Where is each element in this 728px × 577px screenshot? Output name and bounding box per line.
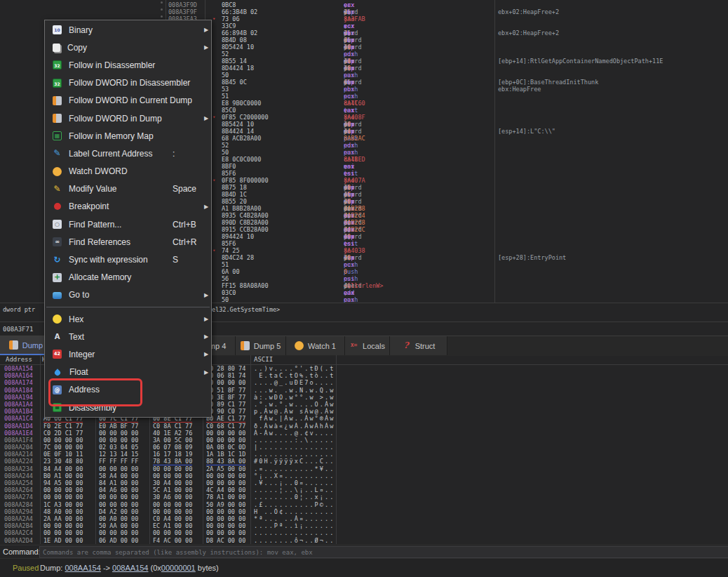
disasm-row[interactable]: 008A3F9D0BC8or ecx,eax xyxy=(0,1,728,8)
dump-row[interactable]: 008AA2140E 0F 10 1112 13 14 1516 17 18 1… xyxy=(0,451,728,458)
hex-bytes: 30 A6 00 00 xyxy=(150,493,203,500)
instruction-bytes: 8B75 18 xyxy=(222,184,247,191)
menu-item-find-pattern[interactable]: ○Find Pattern...Ctrl+B xyxy=(45,215,211,233)
tab-struct[interactable]: ?Struct xyxy=(390,336,447,355)
status-link[interactable]: 00000001 xyxy=(161,564,196,572)
debugger-window: 008A3F9D0BC8or ecx,eax008A3F9F66:3B4B 02… xyxy=(0,0,728,577)
dump-row[interactable]: 008AA2841C A3 00 0000 00 00 0000 00 00 0… xyxy=(0,501,728,508)
menu-item-follow-dword-in-current-dump[interactable]: Follow DWORD in Current Dump xyxy=(45,92,211,110)
dump-row-spacer xyxy=(337,437,728,444)
menu-item-watch-dword[interactable]: Watch DWORD xyxy=(45,163,211,180)
menu-item-copy[interactable]: Copy▶ xyxy=(45,39,211,56)
dump-row[interactable]: 008AA2C400 00 00 0000 00 00 0000 00 00 0… xyxy=(0,529,728,536)
dump-row[interactable]: 008AA29448 A0 00 00D4 A2 00 0000 00 00 0… xyxy=(0,508,728,515)
menu-item-label: Follow in Memory Map xyxy=(69,131,154,141)
dump-row[interactable]: 008AA26400 00 00 0004 A6 00 005C A1 00 0… xyxy=(0,486,728,493)
status-link[interactable]: 008AA154 xyxy=(65,564,100,572)
hex-bytes: 00 00 00 00 xyxy=(203,508,251,515)
dump-row-spacer xyxy=(337,501,728,508)
menu-item-hex[interactable]: Hex▶ xyxy=(45,310,211,328)
dump-row[interactable]: 008AA23484 A4 00 0000 00 00 0000 00 00 0… xyxy=(0,465,728,472)
hex-group: C0 8A C1 77 xyxy=(153,423,192,430)
hex-group: 00 89 C1 77 xyxy=(206,402,245,408)
dump-row[interactable]: 008AA1E4C0 2D C1 7700 00 00 0040 1E A2 7… xyxy=(0,430,728,437)
menu-item-breakpoint[interactable]: Breakpoint▶ xyxy=(45,198,211,215)
disasm-row[interactable]: 008A3F9F66:3B4B 02cmp cx,word ptr ds:[eb… xyxy=(0,8,728,15)
breakpoint-dot xyxy=(161,8,163,11)
ascii-cell: ....Pª..ì¡...... xyxy=(251,522,337,529)
instruction-comment: [ebp+14]:RtlGetAppContainerNamedObjectPa… xyxy=(498,58,663,65)
dump-row[interactable]: 008AA1F400 00 00 0000 00 00 003A 00 5C 0… xyxy=(0,437,728,444)
dump-row-spacer xyxy=(337,444,728,451)
dump-address: 008AA1A4 xyxy=(0,401,41,408)
shortcut-label: Ctrl+R xyxy=(173,237,196,247)
menu-item-modify-value[interactable]: ✎Modify ValueSpace xyxy=(45,180,211,198)
hex-bytes: 1A 1B 1C 1D xyxy=(203,451,251,458)
instruction-bytes: 8D4424 18 xyxy=(222,65,254,72)
ascii-cell: .¥...¡..0¤...... xyxy=(251,479,337,486)
dump-address: 008AA1B4 xyxy=(0,408,41,415)
menu-item-integer[interactable]: 42Integer▶ xyxy=(45,345,211,363)
hex-bytes: 50 A9 00 00 xyxy=(203,501,251,508)
ascii-cell: ....@_.uÐE7o.... xyxy=(251,379,337,386)
menu-item-allocate-memory[interactable]: +Allocate Memory xyxy=(45,269,211,286)
instruction-bytes: 0F85 C2000000 xyxy=(222,114,269,121)
text-icon: A xyxy=(53,332,62,341)
hex-group: 00 00 00 00 xyxy=(206,516,245,522)
hex-group: 00 28 80 74 xyxy=(206,366,245,372)
dump-address: 008AA204 xyxy=(0,444,41,451)
hex-bytes: 84 A4 00 00 xyxy=(41,465,96,472)
hex-group: 00 00 00 00 xyxy=(43,487,83,493)
menu-item-follow-dword-in-disassembler[interactable]: 32Follow DWORD in Disassembler xyxy=(45,74,211,92)
hex-bytes: 7C 00 00 00 xyxy=(41,444,96,451)
hex-bytes: C0 A4 00 00 xyxy=(150,515,203,522)
hex-bytes: 00 00 00 00 xyxy=(150,465,203,472)
dump-row[interactable]: 008AA27400 00 00 0000 00 00 0030 A6 00 0… xyxy=(0,493,728,500)
instruction-comment: [esp+14]:L"C:\\" xyxy=(498,128,555,135)
dump-row[interactable]: 008AA2D41E AD 00 0006 AD 00 00F4 AC 00 0… xyxy=(0,537,728,544)
dump-row[interactable]: 008AA2A42A AA 00 0000 A0 00 00C0 A4 00 0… xyxy=(0,515,728,522)
dump-row[interactable]: 008AA2047C 00 00 0002 03 04 0506 07 08 0… xyxy=(0,444,728,451)
instruction-bytes: 33C9 xyxy=(222,22,236,29)
menu-item-text[interactable]: AText▶ xyxy=(45,328,211,345)
menu-item-go-to[interactable]: Go to▶ xyxy=(45,286,211,304)
menu-item-follow-in-disassembler[interactable]: 32Follow in Disassembler xyxy=(45,56,211,74)
dump-row[interactable]: 008AA22423 30 48 80FF FF FF FF78 43 8A 0… xyxy=(0,458,728,465)
hex-group: 00 51 8F 77 xyxy=(206,387,245,394)
dump-row-spacer xyxy=(337,529,728,536)
dump-row[interactable]: 008AA25494 A5 00 0084 A1 00 0030 A4 00 0… xyxy=(0,479,728,486)
hex-group: 16 17 18 19 xyxy=(153,451,192,458)
hex-group: 00 00 00 00 xyxy=(153,502,192,508)
menu-item-label-current-address[interactable]: ✎Label Current Address: xyxy=(45,145,211,162)
status-text: Dump: xyxy=(40,564,65,572)
menu-item-follow-dword-in-dump[interactable]: Follow DWORD in Dump▶ xyxy=(45,110,211,127)
ascii-cell: ........ô¬..Ø¬.. xyxy=(251,537,337,544)
hex-bytes: 00 00 00 00 xyxy=(150,472,203,479)
dump-row[interactable]: 008AA2B400 00 00 0050 AA 00 00EC A1 00 0… xyxy=(0,522,728,529)
tab-label: Dump 5 xyxy=(254,342,281,350)
hex-bytes: 16 17 18 19 xyxy=(150,451,203,458)
menu-item-find-references[interactable]: ∞Find ReferencesCtrl+R xyxy=(45,233,211,251)
context-menu: 10Binary▶Copy▶32Follow in Disassembler32… xyxy=(44,20,212,418)
menu-item-follow-in-memory-map[interactable]: ▦Follow in Memory Map xyxy=(45,127,211,145)
hex-group: 50 A9 00 00 xyxy=(206,502,245,508)
hex-group: 00 00 00 00 xyxy=(99,494,138,500)
dump-address: 008AA164 xyxy=(0,372,41,379)
ascii-cell: ..)v....°'.tÐ(.t xyxy=(251,365,337,372)
hex-group: 00 00 00 00 xyxy=(43,437,83,444)
hex-bytes: 84 A1 00 00 xyxy=(96,479,150,486)
dump-truck-icon xyxy=(53,114,62,123)
dump-row[interactable]: 008AA1D4F0 2E C1 77E0 AB BF 77C0 8A C1 7… xyxy=(0,423,728,430)
menu-item-binary[interactable]: 10Binary▶ xyxy=(45,21,211,39)
hex-bytes: 00 00 00 00 xyxy=(96,430,150,437)
hex-bytes: 30 A4 00 00 xyxy=(150,479,203,486)
command-input[interactable] xyxy=(39,546,728,558)
tab-locals[interactable]: x=Locals xyxy=(345,336,390,355)
tab-dump-5[interactable]: Dump 5 xyxy=(236,336,286,355)
menu-item-sync-with-expression[interactable]: ↻Sync with expressionS xyxy=(45,251,211,268)
tab-watch-1[interactable]: Watch 1 xyxy=(286,336,345,355)
status-link[interactable]: 008AA154 xyxy=(112,564,148,572)
hex-group: FF FF FF FF xyxy=(99,458,138,465)
menu-item-label: Hex xyxy=(69,314,83,324)
dump-row[interactable]: 008AA244B0 A1 00 0058 A4 00 0000 00 00 0… xyxy=(0,472,728,479)
